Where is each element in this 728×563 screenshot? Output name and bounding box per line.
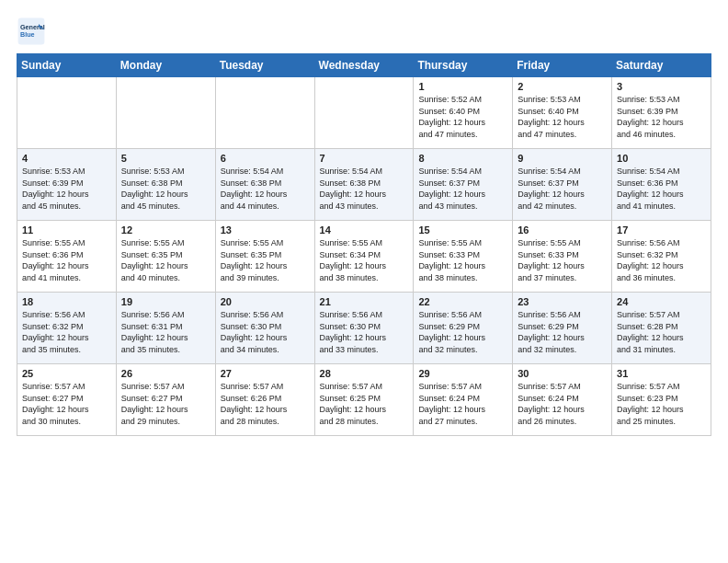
day-number: 2	[518, 81, 607, 92]
cell-info: Sunrise: 5:55 AM Sunset: 6:33 PM Dayligh…	[418, 237, 507, 283]
col-header-sunday: Sunday	[17, 54, 117, 77]
day-number: 23	[518, 296, 607, 307]
cell-info: Sunrise: 5:57 AM Sunset: 6:24 PM Dayligh…	[418, 381, 507, 427]
day-number: 27	[221, 368, 310, 379]
calendar-cell: 24Sunrise: 5:57 AM Sunset: 6:28 PM Dayli…	[612, 293, 711, 364]
day-number: 13	[221, 224, 310, 236]
col-header-thursday: Thursday	[414, 54, 513, 77]
calendar-cell	[215, 77, 314, 149]
day-number: 21	[320, 296, 409, 307]
calendar-table: SundayMondayTuesdayWednesdayThursdayFrid…	[17, 53, 711, 436]
calendar-cell: 28Sunrise: 5:57 AM Sunset: 6:25 PM Dayli…	[314, 364, 414, 436]
cell-info: Sunrise: 5:54 AM Sunset: 6:38 PM Dayligh…	[320, 166, 409, 212]
day-number: 8	[418, 153, 507, 164]
day-number: 20	[221, 296, 310, 307]
calendar-row-4: 18Sunrise: 5:56 AM Sunset: 6:32 PM Dayli…	[17, 293, 711, 364]
page-container: General Blue SundayMondayTuesdayWednesda…	[0, 0, 728, 445]
day-number: 16	[518, 224, 607, 236]
calendar-cell: 6Sunrise: 5:54 AM Sunset: 6:38 PM Daylig…	[215, 149, 314, 221]
calendar-cell: 25Sunrise: 5:57 AM Sunset: 6:27 PM Dayli…	[17, 364, 117, 436]
calendar-cell	[116, 77, 215, 149]
day-number: 22	[418, 296, 507, 307]
day-number: 30	[518, 368, 607, 379]
header-row: SundayMondayTuesdayWednesdayThursdayFrid…	[17, 54, 711, 77]
calendar-cell: 5Sunrise: 5:53 AM Sunset: 6:38 PM Daylig…	[116, 149, 215, 221]
cell-info: Sunrise: 5:53 AM Sunset: 6:40 PM Dayligh…	[518, 94, 607, 140]
cell-info: Sunrise: 5:57 AM Sunset: 6:24 PM Dayligh…	[518, 381, 607, 427]
calendar-cell: 1Sunrise: 5:52 AM Sunset: 6:40 PM Daylig…	[414, 77, 513, 149]
calendar-cell: 4Sunrise: 5:53 AM Sunset: 6:39 PM Daylig…	[17, 149, 117, 221]
cell-info: Sunrise: 5:57 AM Sunset: 6:23 PM Dayligh…	[617, 381, 706, 427]
cell-info: Sunrise: 5:57 AM Sunset: 6:26 PM Dayligh…	[221, 381, 310, 427]
cell-info: Sunrise: 5:56 AM Sunset: 6:30 PM Dayligh…	[221, 309, 310, 355]
day-number: 25	[22, 368, 111, 379]
calendar-cell: 18Sunrise: 5:56 AM Sunset: 6:32 PM Dayli…	[17, 293, 117, 364]
logo-icon: General Blue	[17, 17, 46, 46]
calendar-cell: 11Sunrise: 5:55 AM Sunset: 6:36 PM Dayli…	[17, 221, 117, 293]
day-number: 28	[320, 368, 409, 379]
cell-info: Sunrise: 5:53 AM Sunset: 6:39 PM Dayligh…	[22, 166, 111, 212]
calendar-cell: 29Sunrise: 5:57 AM Sunset: 6:24 PM Dayli…	[414, 364, 513, 436]
day-number: 14	[320, 224, 409, 236]
cell-info: Sunrise: 5:52 AM Sunset: 6:40 PM Dayligh…	[418, 94, 507, 140]
day-number: 17	[617, 224, 706, 236]
col-header-saturday: Saturday	[612, 54, 711, 77]
day-number: 10	[617, 153, 706, 164]
calendar-row-3: 11Sunrise: 5:55 AM Sunset: 6:36 PM Dayli…	[17, 221, 711, 293]
cell-info: Sunrise: 5:55 AM Sunset: 6:36 PM Dayligh…	[22, 237, 111, 283]
day-number: 29	[418, 368, 507, 379]
cell-info: Sunrise: 5:57 AM Sunset: 6:27 PM Dayligh…	[121, 381, 210, 427]
calendar-cell: 8Sunrise: 5:54 AM Sunset: 6:37 PM Daylig…	[414, 149, 513, 221]
calendar-cell	[314, 77, 414, 149]
calendar-cell: 10Sunrise: 5:54 AM Sunset: 6:36 PM Dayli…	[612, 149, 711, 221]
cell-info: Sunrise: 5:57 AM Sunset: 6:27 PM Dayligh…	[22, 381, 111, 427]
logo: General Blue	[17, 17, 50, 46]
cell-info: Sunrise: 5:55 AM Sunset: 6:35 PM Dayligh…	[221, 237, 310, 283]
col-header-tuesday: Tuesday	[215, 54, 314, 77]
calendar-cell: 3Sunrise: 5:53 AM Sunset: 6:39 PM Daylig…	[612, 77, 711, 149]
col-header-friday: Friday	[513, 54, 612, 77]
header: General Blue	[17, 17, 711, 46]
cell-info: Sunrise: 5:57 AM Sunset: 6:28 PM Dayligh…	[617, 309, 706, 355]
calendar-row-5: 25Sunrise: 5:57 AM Sunset: 6:27 PM Dayli…	[17, 364, 711, 436]
day-number: 5	[121, 153, 210, 164]
day-number: 31	[617, 368, 706, 379]
cell-info: Sunrise: 5:56 AM Sunset: 6:29 PM Dayligh…	[518, 309, 607, 355]
day-number: 12	[121, 224, 210, 236]
calendar-cell: 26Sunrise: 5:57 AM Sunset: 6:27 PM Dayli…	[116, 364, 215, 436]
cell-info: Sunrise: 5:55 AM Sunset: 6:35 PM Dayligh…	[121, 237, 210, 283]
cell-info: Sunrise: 5:53 AM Sunset: 6:39 PM Dayligh…	[617, 94, 706, 140]
calendar-cell: 15Sunrise: 5:55 AM Sunset: 6:33 PM Dayli…	[414, 221, 513, 293]
day-number: 3	[617, 81, 706, 92]
calendar-cell: 16Sunrise: 5:55 AM Sunset: 6:33 PM Dayli…	[513, 221, 612, 293]
calendar-cell: 21Sunrise: 5:56 AM Sunset: 6:30 PM Dayli…	[314, 293, 414, 364]
svg-text:Blue: Blue	[20, 30, 35, 39]
day-number: 15	[418, 224, 507, 236]
calendar-cell: 12Sunrise: 5:55 AM Sunset: 6:35 PM Dayli…	[116, 221, 215, 293]
day-number: 26	[121, 368, 210, 379]
cell-info: Sunrise: 5:53 AM Sunset: 6:38 PM Dayligh…	[121, 166, 210, 212]
cell-info: Sunrise: 5:54 AM Sunset: 6:37 PM Dayligh…	[418, 166, 507, 212]
cell-info: Sunrise: 5:54 AM Sunset: 6:37 PM Dayligh…	[518, 166, 607, 212]
day-number: 19	[121, 296, 210, 307]
cell-info: Sunrise: 5:56 AM Sunset: 6:30 PM Dayligh…	[320, 309, 409, 355]
col-header-monday: Monday	[116, 54, 215, 77]
calendar-row-2: 4Sunrise: 5:53 AM Sunset: 6:39 PM Daylig…	[17, 149, 711, 221]
cell-info: Sunrise: 5:57 AM Sunset: 6:25 PM Dayligh…	[320, 381, 409, 427]
day-number: 1	[418, 81, 507, 92]
cell-info: Sunrise: 5:56 AM Sunset: 6:32 PM Dayligh…	[617, 237, 706, 283]
calendar-cell: 14Sunrise: 5:55 AM Sunset: 6:34 PM Dayli…	[314, 221, 414, 293]
day-number: 9	[518, 153, 607, 164]
cell-info: Sunrise: 5:55 AM Sunset: 6:34 PM Dayligh…	[320, 237, 409, 283]
calendar-cell: 9Sunrise: 5:54 AM Sunset: 6:37 PM Daylig…	[513, 149, 612, 221]
cell-info: Sunrise: 5:55 AM Sunset: 6:33 PM Dayligh…	[518, 237, 607, 283]
calendar-cell: 30Sunrise: 5:57 AM Sunset: 6:24 PM Dayli…	[513, 364, 612, 436]
calendar-cell: 31Sunrise: 5:57 AM Sunset: 6:23 PM Dayli…	[612, 364, 711, 436]
day-number: 4	[22, 153, 111, 164]
calendar-row-1: 1Sunrise: 5:52 AM Sunset: 6:40 PM Daylig…	[17, 77, 711, 149]
day-number: 18	[22, 296, 111, 307]
calendar-cell: 19Sunrise: 5:56 AM Sunset: 6:31 PM Dayli…	[116, 293, 215, 364]
day-number: 24	[617, 296, 706, 307]
calendar-cell: 7Sunrise: 5:54 AM Sunset: 6:38 PM Daylig…	[314, 149, 414, 221]
calendar-cell: 17Sunrise: 5:56 AM Sunset: 6:32 PM Dayli…	[612, 221, 711, 293]
